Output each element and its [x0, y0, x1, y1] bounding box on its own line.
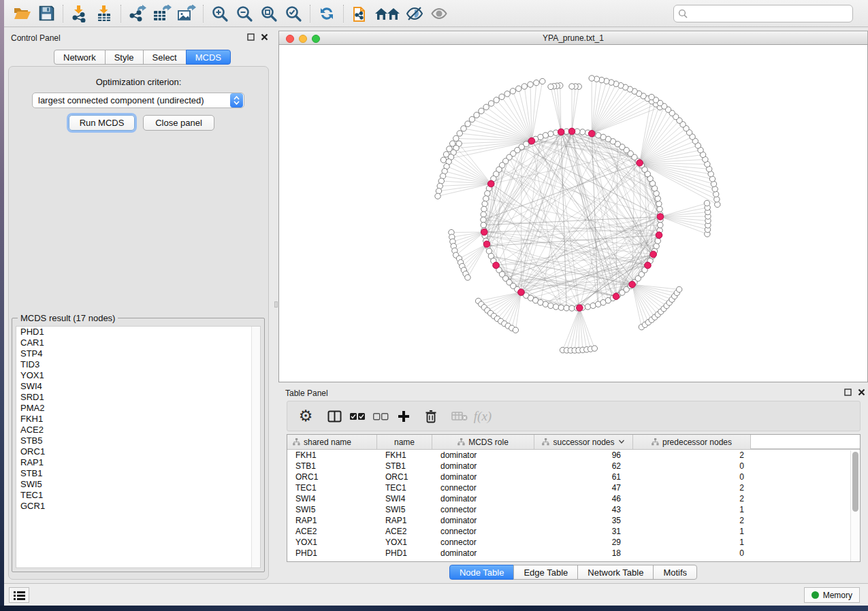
- network-leaf-node[interactable]: [676, 286, 681, 292]
- network-node[interactable]: [655, 238, 660, 244]
- mcds-result-item[interactable]: ACE2: [16, 425, 260, 435]
- hide-graphics-details-button[interactable]: [402, 3, 427, 24]
- cell-mcds_role[interactable]: dominator: [432, 548, 534, 559]
- mcds-result-item[interactable]: SWI4: [16, 381, 260, 392]
- mcds-result-item[interactable]: CAR1: [16, 337, 260, 348]
- mcds-hub-node[interactable]: [558, 129, 564, 135]
- close-panel-button[interactable]: Close panel: [143, 115, 214, 131]
- cell-mcds_role[interactable]: dominator: [432, 493, 534, 504]
- network-leaf-node[interactable]: [521, 84, 527, 89]
- cell-name[interactable]: ACE2: [377, 526, 432, 537]
- column-header-successor-nodes[interactable]: successor nodes: [534, 435, 633, 449]
- refresh-view-button[interactable]: [315, 3, 339, 24]
- network-leaf-node[interactable]: [435, 193, 440, 199]
- network-node[interactable]: [564, 306, 569, 311]
- mcds-hub-node[interactable]: [588, 131, 595, 137]
- export-image-button[interactable]: [174, 3, 199, 24]
- mcds-hub-node[interactable]: [650, 251, 657, 258]
- export-table-button[interactable]: [150, 3, 174, 24]
- network-node[interactable]: [553, 304, 558, 310]
- cell-name[interactable]: ORC1: [377, 472, 432, 482]
- show-graphics-details-button[interactable]: [427, 3, 451, 24]
- network-node[interactable]: [569, 306, 575, 311]
- network-leaf-node[interactable]: [440, 157, 446, 163]
- cell-mcds_role[interactable]: dominator: [432, 461, 534, 472]
- mcds-result-item[interactable]: GCR1: [16, 501, 260, 512]
- network-leaf-node[interactable]: [589, 76, 594, 81]
- cell-shared_name[interactable]: SWI5: [287, 504, 377, 515]
- float-table-panel-button[interactable]: [843, 389, 852, 398]
- network-leaf-node[interactable]: [499, 94, 504, 99]
- select-all-rows-button[interactable]: [346, 405, 369, 428]
- zoom-out-button[interactable]: [232, 3, 257, 24]
- network-node[interactable]: [585, 304, 590, 310]
- cell-predecessor_nodes[interactable]: 0: [633, 472, 751, 482]
- tab-network[interactable]: Network: [54, 50, 106, 65]
- cell-shared_name[interactable]: PHD1: [287, 548, 377, 559]
- table-row[interactable]: YOX1YOX1connector291: [287, 537, 860, 548]
- mcds-result-item[interactable]: STB5: [16, 435, 260, 446]
- mcds-result-item[interactable]: SRD1: [16, 392, 260, 403]
- tab-mcds[interactable]: MCDS: [186, 50, 231, 65]
- mcds-hub-node[interactable]: [577, 305, 583, 312]
- network-leaf-node[interactable]: [516, 86, 521, 91]
- network-leaf-node[interactable]: [592, 346, 597, 351]
- cell-mcds_role[interactable]: dominator: [432, 515, 534, 526]
- mcds-result-item[interactable]: PMA2: [16, 403, 260, 414]
- cell-shared_name[interactable]: ORC1: [287, 472, 377, 482]
- zoom-in-button[interactable]: [208, 3, 232, 24]
- cell-successor_nodes[interactable]: 62: [534, 461, 633, 472]
- tab-edge-table[interactable]: Edge Table: [513, 565, 578, 580]
- network-node[interactable]: [658, 222, 663, 228]
- tab-style[interactable]: Style: [105, 50, 144, 65]
- create-column-button[interactable]: [392, 405, 415, 428]
- status-menu-button[interactable]: [9, 587, 29, 603]
- network-leaf-node[interactable]: [569, 84, 575, 89]
- delete-columns-button[interactable]: [419, 405, 443, 428]
- mcds-hub-node[interactable]: [487, 180, 494, 187]
- import-network-button[interactable]: [67, 3, 92, 24]
- network-leaf-node[interactable]: [548, 84, 553, 89]
- cell-shared_name[interactable]: ACE2: [287, 526, 377, 537]
- mcds-hub-node[interactable]: [493, 262, 500, 269]
- mcds-hub-node[interactable]: [528, 137, 535, 144]
- mcds-result-list[interactable]: PHD1CAR1STP4TID3YOX1SWI4SRD1PMA2FKH1ACE2…: [16, 326, 261, 568]
- cell-successor_nodes[interactable]: 47: [534, 482, 633, 493]
- run-mcds-button[interactable]: Run MCDS: [69, 115, 135, 131]
- mcds-list-scrollbar[interactable]: [251, 327, 260, 567]
- save-session-button[interactable]: [34, 3, 59, 24]
- cell-mcds_role[interactable]: dominator: [432, 450, 534, 461]
- mcds-hub-node[interactable]: [518, 289, 525, 296]
- first-neighbors-button[interactable]: [372, 3, 402, 24]
- network-node[interactable]: [483, 196, 489, 201]
- cell-predecessor_nodes[interactable]: 2: [633, 515, 751, 526]
- network-leaf-node[interactable]: [474, 112, 479, 118]
- column-header-shared-name[interactable]: shared name: [287, 435, 377, 449]
- cell-name[interactable]: YOX1: [377, 537, 432, 548]
- zoom-fit-button[interactable]: [257, 3, 281, 24]
- mcds-result-item[interactable]: STP4: [16, 348, 260, 359]
- tab-motifs[interactable]: Motifs: [653, 565, 697, 580]
- toggle-column-view-button[interactable]: [323, 405, 346, 428]
- open-file-button[interactable]: [10, 3, 34, 24]
- network-leaf-node[interactable]: [469, 116, 475, 122]
- network-leaf-node[interactable]: [713, 191, 718, 197]
- network-canvas[interactable]: [278, 45, 868, 382]
- memory-button[interactable]: Memory: [804, 587, 860, 603]
- cell-predecessor_nodes[interactable]: 2: [633, 493, 751, 504]
- cell-shared_name[interactable]: TEC1: [287, 482, 377, 493]
- tab-node-table[interactable]: Node Table: [449, 565, 515, 580]
- mcds-hub-node[interactable]: [656, 232, 662, 239]
- cell-predecessor_nodes[interactable]: 1: [633, 504, 751, 515]
- column-header-name[interactable]: name: [377, 435, 432, 449]
- network-leaf-node[interactable]: [510, 88, 515, 94]
- mcds-result-item[interactable]: ORC1: [16, 446, 260, 457]
- mcds-result-item[interactable]: RAP1: [16, 457, 260, 468]
- cell-successor_nodes[interactable]: 31: [534, 526, 633, 537]
- cell-name[interactable]: SWI5: [377, 504, 432, 515]
- network-leaf-node[interactable]: [453, 135, 459, 141]
- network-leaf-node[interactable]: [436, 188, 441, 194]
- cell-predecessor_nodes[interactable]: 2: [633, 450, 751, 461]
- cell-successor_nodes[interactable]: 43: [534, 504, 633, 515]
- cell-shared_name[interactable]: YOX1: [287, 537, 377, 548]
